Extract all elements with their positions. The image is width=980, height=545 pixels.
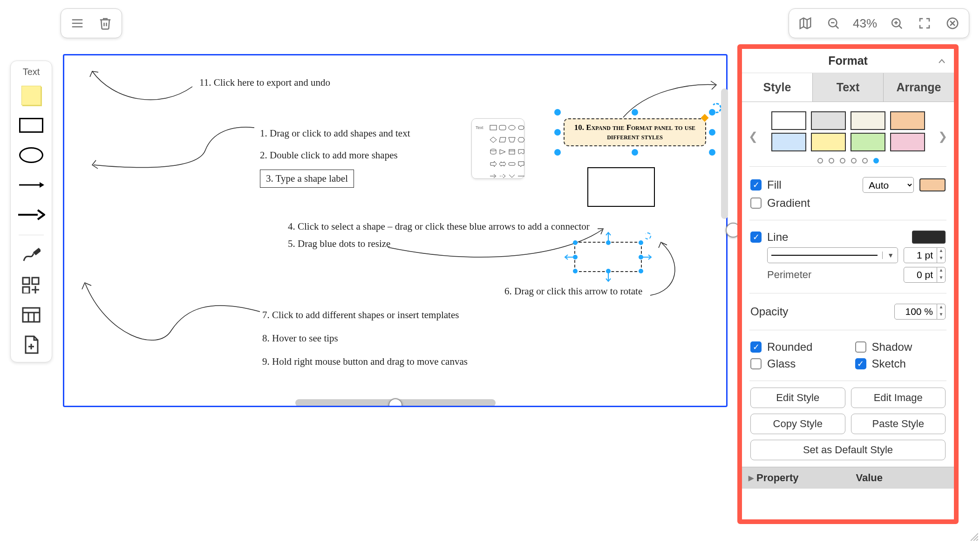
- close-icon[interactable]: [942, 13, 963, 34]
- rounded-checkbox[interactable]: [750, 341, 762, 353]
- paste-style-button[interactable]: Paste Style: [851, 414, 946, 434]
- resize-handle[interactable]: [606, 240, 611, 245]
- opacity-input[interactable]: [894, 304, 937, 320]
- sketch-checkbox[interactable]: [855, 358, 866, 369]
- connector-arrow-icon[interactable]: [563, 253, 573, 261]
- resize-handle[interactable]: [639, 269, 643, 273]
- add-shapes-icon[interactable]: [17, 273, 45, 297]
- connector-arrow-icon[interactable]: [643, 253, 653, 261]
- format-panel-header: Format: [742, 49, 954, 73]
- perimeter-input[interactable]: [904, 267, 937, 283]
- scrollbar-knob[interactable]: [388, 398, 402, 407]
- insert-table-icon[interactable]: [17, 303, 45, 327]
- resize-handle[interactable]: [554, 109, 561, 116]
- connector-arrow-icon[interactable]: [605, 231, 612, 241]
- glass-checkbox[interactable]: [750, 358, 762, 369]
- expand-triangle-icon[interactable]: ▸: [749, 472, 754, 484]
- property-col-header: Property: [756, 472, 856, 484]
- swatch-prev-icon[interactable]: ❮: [749, 130, 758, 143]
- zoom-level[interactable]: 43%: [851, 16, 879, 31]
- zoom-in-icon[interactable]: [886, 13, 907, 34]
- freehand-tool-icon[interactable]: [17, 244, 45, 267]
- opacity-stepper[interactable]: ▲▼: [937, 304, 946, 320]
- line-tool[interactable]: [17, 173, 45, 197]
- diagram-canvas[interactable]: 11. Click here to export and undo 1. Dra…: [63, 54, 728, 407]
- opacity-label: Opacity: [750, 305, 788, 318]
- resize-handle[interactable]: [554, 129, 561, 136]
- sketch-label: Sketch: [872, 357, 906, 370]
- ellipse-tool[interactable]: [17, 143, 45, 167]
- style-swatch[interactable]: [851, 111, 885, 130]
- line-checkbox[interactable]: [750, 232, 762, 243]
- value-col-header: Value: [856, 472, 948, 484]
- outline-map-icon[interactable]: [795, 13, 816, 34]
- sticky-note-tool[interactable]: [17, 84, 45, 107]
- glass-label: Glass: [767, 357, 796, 370]
- tip-3-box[interactable]: 3. Type a shape label: [260, 170, 354, 188]
- example-rectangle[interactable]: [587, 167, 655, 207]
- palette-text-label[interactable]: Text: [23, 67, 40, 77]
- resize-handle[interactable]: [573, 255, 578, 259]
- style-swatches-row1: [763, 111, 932, 130]
- resize-handle[interactable]: [573, 240, 578, 245]
- selected-shape-tip10[interactable]: 10. Expand the Format panel to use diffe…: [564, 118, 706, 146]
- property-table-header[interactable]: ▸ Property Value: [742, 467, 954, 489]
- rotate-handle-icon[interactable]: [644, 232, 651, 239]
- style-swatch[interactable]: [890, 111, 925, 130]
- tab-text[interactable]: Text: [812, 73, 883, 102]
- resize-handle[interactable]: [709, 149, 715, 156]
- tip-arrow-6: [646, 239, 687, 300]
- line-color-chip[interactable]: [912, 231, 946, 244]
- line-label: Line: [767, 231, 788, 244]
- picker-text-label[interactable]: Text: [476, 123, 488, 133]
- set-default-style-button[interactable]: Set as Default Style: [750, 440, 946, 460]
- fill-checkbox[interactable]: [750, 179, 762, 191]
- fullscreen-icon[interactable]: [914, 13, 935, 34]
- insert-template-icon[interactable]: [17, 333, 45, 356]
- resize-handle[interactable]: [632, 149, 638, 156]
- gradient-checkbox[interactable]: [750, 198, 762, 209]
- style-swatch[interactable]: [771, 133, 806, 151]
- style-swatch[interactable]: [890, 133, 925, 151]
- resize-handle[interactable]: [639, 240, 643, 245]
- tip-arrow-1-2: [87, 118, 259, 179]
- trash-icon[interactable]: [95, 13, 116, 34]
- palette-divider: [19, 235, 43, 235]
- resize-handle[interactable]: [573, 269, 578, 273]
- zoom-out-icon[interactable]: [823, 13, 844, 34]
- line-style-select[interactable]: ▼: [767, 247, 898, 263]
- resize-handle[interactable]: [632, 109, 638, 116]
- fill-mode-select[interactable]: Auto: [863, 177, 914, 193]
- resize-handle[interactable]: [554, 149, 561, 156]
- style-swatch[interactable]: [811, 133, 846, 151]
- style-swatch[interactable]: [851, 133, 885, 151]
- connector-arrow-icon[interactable]: [605, 273, 612, 283]
- swatch-next-icon[interactable]: ❯: [938, 130, 947, 143]
- line-width-input[interactable]: [904, 247, 937, 263]
- rectangle-tool[interactable]: [17, 114, 45, 137]
- copy-style-button[interactable]: Copy Style: [750, 414, 845, 434]
- edit-image-button[interactable]: Edit Image: [851, 388, 946, 408]
- shape-double-click-picker[interactable]: Text: [471, 118, 524, 179]
- svg-point-38: [490, 149, 496, 151]
- swatch-pager[interactable]: [763, 158, 932, 164]
- fill-color-chip[interactable]: [919, 178, 946, 191]
- canvas-scrollbar-horizontal[interactable]: [295, 399, 496, 407]
- example-selected-shape[interactable]: [574, 242, 642, 272]
- perimeter-stepper[interactable]: ▲▼: [937, 267, 946, 283]
- canvas-scrollbar-vertical[interactable]: [721, 89, 728, 219]
- tab-style[interactable]: Style: [742, 73, 812, 102]
- arrow-tool[interactable]: [17, 203, 45, 226]
- style-swatch[interactable]: [811, 111, 846, 130]
- resize-handle[interactable]: [709, 109, 715, 116]
- tab-arrange[interactable]: Arrange: [883, 73, 954, 102]
- shadow-checkbox[interactable]: [855, 341, 866, 353]
- line-width-stepper[interactable]: ▲▼: [937, 247, 946, 263]
- collapse-panel-icon[interactable]: [937, 55, 946, 69]
- style-swatch[interactable]: [771, 111, 806, 130]
- svg-line-53: [976, 539, 978, 541]
- hamburger-menu-icon[interactable]: [67, 13, 88, 34]
- resize-handle[interactable]: [709, 129, 715, 136]
- edit-style-button[interactable]: Edit Style: [750, 388, 845, 408]
- window-resize-grip-icon[interactable]: [969, 531, 978, 543]
